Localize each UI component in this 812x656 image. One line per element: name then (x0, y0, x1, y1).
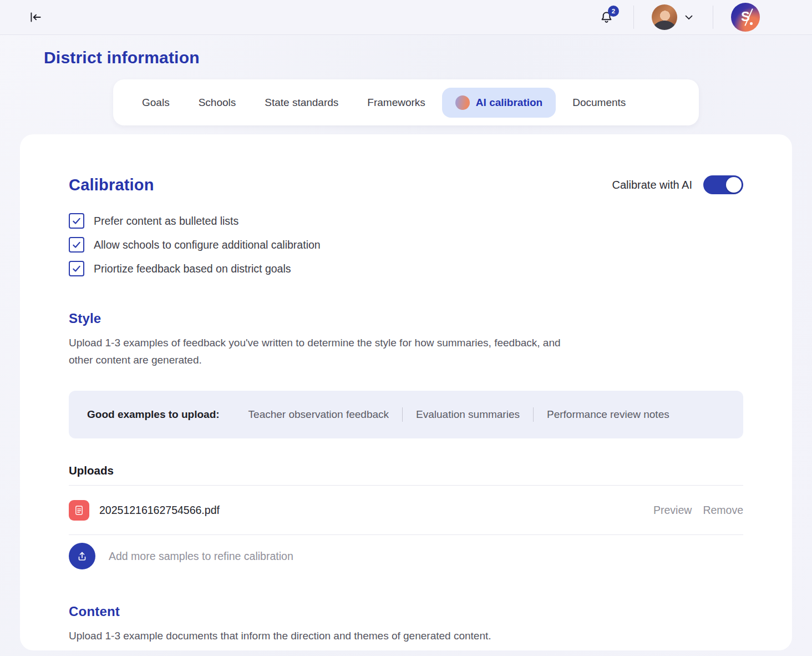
uploads-section: Uploads 20251216162754566.pdf Preview Re… (69, 464, 743, 569)
checkbox-label: Allow schools to configure additional ca… (94, 239, 321, 251)
remove-button[interactable]: Remove (703, 504, 743, 517)
good-examples-bar: Good examples to upload: Teacher observa… (69, 391, 743, 438)
example-item: Evaluation summaries (416, 408, 520, 421)
tab-ai-calibration-label: AI calibration (476, 97, 542, 109)
uploaded-file-row: 20251216162754566.pdf Preview Remove (69, 486, 743, 534)
tab-goals[interactable]: Goals (130, 90, 182, 115)
uploads-heading: Uploads (69, 464, 743, 477)
calibration-options: Prefer content as bulleted lists Allow s… (69, 213, 743, 276)
add-more-samples-label: Add more samples to refine calibration (109, 550, 293, 563)
add-more-samples-button[interactable]: Add more samples to refine calibration (69, 543, 743, 569)
notification-count-badge: 2 (608, 6, 619, 17)
file-actions: Preview Remove (653, 504, 743, 517)
style-section: Style Upload 1-3 examples of feedback yo… (69, 311, 743, 369)
content-heading: Content (69, 604, 743, 619)
chevron-down-icon (683, 11, 695, 23)
divider (69, 534, 743, 535)
checkbox-row-schools-configure[interactable]: Allow schools to configure additional ca… (69, 237, 743, 253)
example-item: Performance review notes (547, 408, 669, 421)
calibration-header: Calibration Calibrate with AI (69, 175, 743, 194)
style-heading: Style (69, 311, 743, 326)
brand-logo-dot (750, 22, 753, 25)
brand-logo[interactable]: S (731, 3, 760, 32)
tab-schools[interactable]: Schools (186, 90, 248, 115)
user-menu[interactable] (652, 4, 695, 30)
good-examples-label: Good examples to upload: (87, 408, 220, 421)
user-avatar[interactable] (652, 4, 677, 30)
tab-bar: Goals Schools State standards Frameworks… (113, 79, 699, 125)
example-item: Teacher observation feedback (248, 408, 389, 421)
page-title: District information (44, 48, 812, 67)
topbar: 2 S (0, 0, 812, 35)
calibrate-with-ai-toggle[interactable] (703, 175, 743, 194)
tab-frameworks[interactable]: Frameworks (355, 90, 438, 115)
content-description: Upload 1-3 example documents that inform… (69, 627, 568, 644)
tab-documents[interactable]: Documents (560, 90, 638, 115)
example-separator (533, 407, 534, 422)
checkbox-label: Priortize feedback based on district goa… (94, 263, 291, 275)
checkbox-checked-icon[interactable] (69, 261, 84, 276)
ai-calibration-panel: Calibration Calibrate with AI Prefer con… (20, 134, 792, 650)
upload-icon[interactable] (69, 543, 95, 569)
toggle-knob (726, 177, 742, 193)
tab-state-standards[interactable]: State standards (252, 90, 351, 115)
topbar-divider (633, 6, 634, 29)
calibration-heading: Calibration (69, 176, 154, 194)
topbar-divider (713, 6, 713, 29)
pdf-file-icon (69, 500, 89, 521)
checkbox-row-bulleted-lists[interactable]: Prefer content as bulleted lists (69, 213, 743, 229)
example-separator (402, 407, 403, 422)
checkbox-label: Prefer content as bulleted lists (94, 215, 238, 228)
file-name: 20251216162754566.pdf (99, 504, 220, 517)
checkbox-checked-icon[interactable] (69, 213, 84, 229)
collapse-sidebar-icon[interactable] (27, 8, 44, 26)
checkbox-row-prioritize-feedback[interactable]: Priortize feedback based on district goa… (69, 261, 743, 276)
content-section: Content Upload 1-3 example documents tha… (69, 604, 743, 644)
notifications-bell-icon[interactable]: 2 (597, 8, 616, 27)
calibrate-with-ai-label: Calibrate with AI (612, 179, 692, 191)
tab-ai-calibration[interactable]: AI calibration (442, 88, 556, 118)
topbar-right: 2 S (597, 3, 760, 32)
preview-button[interactable]: Preview (653, 504, 692, 517)
checkbox-checked-icon[interactable] (69, 237, 84, 253)
style-description: Upload 1-3 examples of feedback you've w… (69, 334, 568, 369)
calibrate-with-ai-row: Calibrate with AI (612, 175, 743, 194)
ai-gradient-dot-icon (455, 95, 470, 110)
